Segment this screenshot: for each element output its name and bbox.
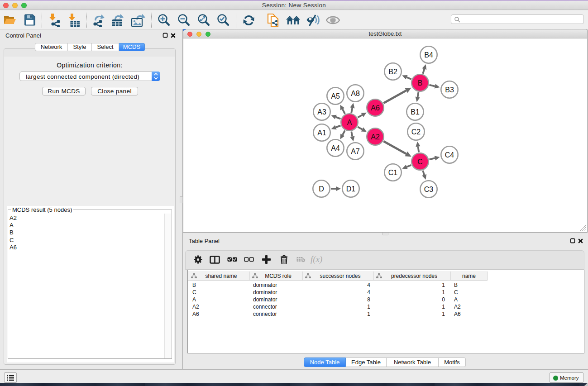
svg-text:D: D <box>319 185 324 193</box>
svg-text:A1: A1 <box>317 129 326 137</box>
svg-text:B2: B2 <box>388 68 397 76</box>
svg-text:B1: B1 <box>411 108 420 116</box>
svg-text:A5: A5 <box>331 92 340 100</box>
svg-text:D1: D1 <box>346 185 356 193</box>
svg-text:B3: B3 <box>445 86 454 94</box>
svg-text:C: C <box>417 158 423 166</box>
svg-text:A7: A7 <box>351 148 360 155</box>
svg-text:C2: C2 <box>411 128 421 136</box>
svg-text:A8: A8 <box>351 90 360 97</box>
svg-text:C3: C3 <box>424 186 434 193</box>
svg-text:A6: A6 <box>371 104 380 112</box>
svg-text:C1: C1 <box>388 169 398 176</box>
svg-text:A2: A2 <box>371 133 380 141</box>
svg-text:B: B <box>418 79 423 87</box>
svg-text:B4: B4 <box>424 51 433 59</box>
svg-text:C4: C4 <box>445 151 454 159</box>
svg-text:A: A <box>347 119 352 126</box>
svg-text:A3: A3 <box>317 108 326 116</box>
svg-text:A4: A4 <box>331 144 340 152</box>
